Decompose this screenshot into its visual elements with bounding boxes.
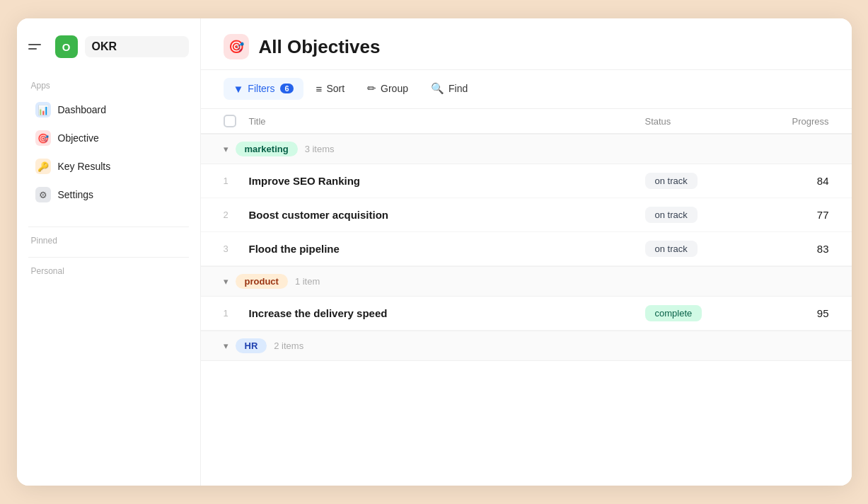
- sidebar-divider: [28, 227, 189, 227]
- find-icon: 🔍: [431, 82, 444, 95]
- table-area: Title Status Progress ▾ marketing 3 item…: [201, 109, 852, 486]
- filters-button[interactable]: ▼ Filters 6: [224, 78, 303, 100]
- sidebar: O OKR Apps 📊 Dashboard 🎯 Objective 🔑 Key…: [17, 18, 201, 486]
- status-badge: on track: [645, 241, 698, 257]
- pinned-label: Pinned: [28, 236, 189, 246]
- table-row: 1 Increase the delivery speed complete 9…: [201, 297, 852, 331]
- group-label: Group: [381, 83, 408, 94]
- row-progress: 95: [758, 307, 829, 319]
- group-tag-hr: HR: [236, 338, 267, 353]
- row-status: on track: [645, 207, 758, 223]
- group-tag-marketing: marketing: [236, 142, 298, 156]
- col-progress: Progress: [758, 116, 829, 127]
- row-title: Increase the delivery speed: [249, 307, 645, 319]
- sidebar-divider-2: [28, 257, 189, 258]
- group-chevron-marketing[interactable]: ▾: [224, 144, 228, 154]
- personal-label: Personal: [28, 266, 189, 276]
- main-content: 🎯 All Objectives ▼ Filters 6 ≡ Sort ✏ Gr…: [201, 18, 852, 486]
- menu-icon[interactable]: [28, 37, 48, 57]
- sidebar-item-dashboard[interactable]: 📊 Dashboard: [28, 96, 189, 123]
- row-progress: 84: [758, 175, 829, 187]
- apps-label: Apps: [28, 81, 189, 91]
- main-header: 🎯 All Objectives: [201, 18, 852, 70]
- row-title: Boost customer acquisition: [249, 209, 645, 221]
- group-count-hr: 2 items: [274, 340, 303, 351]
- nav-label-settings: Settings: [58, 189, 94, 200]
- table-row: 3 Flood the pipeline on track 83: [201, 232, 852, 266]
- group-tag-product: product: [236, 274, 288, 289]
- group-count-marketing: 3 items: [305, 144, 335, 154]
- sidebar-item-settings[interactable]: ⚙ Settings: [28, 181, 189, 208]
- sidebar-logo: O: [55, 35, 78, 58]
- status-badge: on track: [645, 207, 698, 223]
- filter-icon: ▼: [233, 83, 244, 95]
- toolbar: ▼ Filters 6 ≡ Sort ✏ Group 🔍 Find: [201, 70, 852, 109]
- nav-icon-dashboard: 📊: [35, 102, 51, 118]
- row-progress: 83: [758, 243, 829, 255]
- group-count-product: 1 item: [295, 276, 320, 287]
- group-button[interactable]: ✏ Group: [357, 77, 418, 100]
- sort-label: Sort: [326, 83, 345, 94]
- filters-badge: 6: [280, 84, 293, 93]
- row-number: 3: [224, 244, 249, 254]
- row-title: Improve SEO Ranking: [249, 175, 645, 187]
- row-progress: 77: [758, 209, 829, 221]
- nav-label-key-results: Key Results: [58, 161, 111, 172]
- sort-icon: ≡: [316, 83, 323, 95]
- row-title: Flood the pipeline: [249, 243, 645, 255]
- sidebar-nav: 📊 Dashboard 🎯 Objective 🔑 Key Results ⚙ …: [28, 96, 189, 208]
- status-badge: complete: [645, 305, 702, 321]
- nav-icon-settings: ⚙: [35, 187, 51, 202]
- col-title: Title: [249, 116, 645, 127]
- row-status: on track: [645, 173, 758, 189]
- group-chevron-product[interactable]: ▾: [224, 276, 228, 287]
- sidebar-item-key-results[interactable]: 🔑 Key Results: [28, 153, 189, 180]
- find-label: Find: [449, 83, 468, 94]
- group-row-product: ▾ product 1 item: [201, 266, 852, 297]
- header-checkbox-cell: [224, 115, 249, 127]
- sidebar-header: O OKR: [28, 35, 189, 58]
- nav-icon-key-results: 🔑: [35, 159, 51, 174]
- select-all-checkbox[interactable]: [224, 115, 236, 127]
- filters-label: Filters: [248, 83, 274, 94]
- table-row: 1 Improve SEO Ranking on track 84: [201, 164, 852, 198]
- sidebar-app-name: OKR: [85, 36, 189, 57]
- group-chevron-hr[interactable]: ▾: [224, 340, 228, 351]
- nav-label-dashboard: Dashboard: [58, 104, 107, 115]
- row-number: 1: [224, 176, 249, 186]
- row-status: complete: [645, 305, 758, 321]
- table-row: 2 Boost customer acquisition on track 77: [201, 198, 852, 232]
- nav-icon-objective: 🎯: [35, 130, 51, 146]
- row-status: on track: [645, 241, 758, 257]
- page-title: All Objectives: [259, 36, 381, 58]
- table-header: Title Status Progress: [201, 109, 852, 134]
- status-badge: on track: [645, 173, 698, 189]
- sidebar-item-objective[interactable]: 🎯 Objective: [28, 125, 189, 151]
- group-row-hr: ▾ HR 2 items: [201, 331, 852, 361]
- sort-button[interactable]: ≡ Sort: [306, 78, 354, 100]
- table-body: ▾ marketing 3 items 1 Improve SEO Rankin…: [201, 134, 852, 361]
- find-button[interactable]: 🔍 Find: [421, 77, 478, 100]
- nav-label-objective: Objective: [58, 132, 99, 144]
- group-row-marketing: ▾ marketing 3 items: [201, 134, 852, 164]
- objectives-icon: 🎯: [224, 34, 249, 59]
- group-icon: ✏: [367, 82, 376, 95]
- row-number: 2: [224, 210, 249, 220]
- col-status: Status: [645, 116, 758, 127]
- row-number: 1: [224, 308, 249, 319]
